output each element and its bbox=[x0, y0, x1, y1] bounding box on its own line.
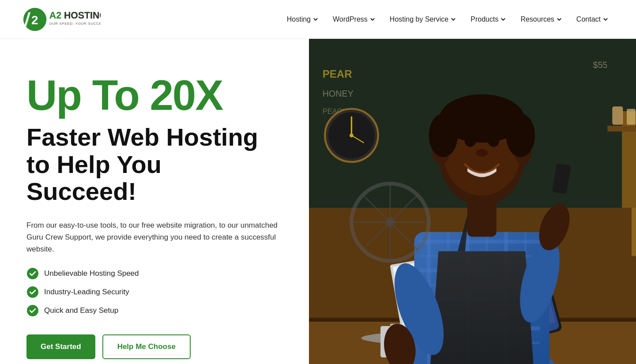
nav-label-resources: Resources bbox=[520, 15, 554, 23]
svg-text:OUR SPEED, YOUR SUCCESS: OUR SPEED, YOUR SUCCESS bbox=[49, 22, 101, 26]
svg-point-60 bbox=[429, 114, 458, 157]
feature-list: Unbelievable Hosting Speed Industry-Lead… bbox=[26, 267, 288, 317]
hero-content: Up To 20X Faster Web Hostingto Help YouS… bbox=[0, 39, 309, 364]
check-circle-icon bbox=[26, 267, 39, 280]
svg-text:2: 2 bbox=[31, 13, 38, 26]
svg-rect-62 bbox=[607, 126, 636, 131]
chevron-down-icon bbox=[312, 16, 319, 23]
nav-item-hosting-by-service[interactable]: Hosting by Service bbox=[384, 12, 463, 27]
nav-item-hosting[interactable]: Hosting bbox=[281, 12, 325, 27]
feature-label-speed: Unbelievable Hosting Speed bbox=[44, 269, 139, 278]
nav-label-products: Products bbox=[470, 15, 498, 23]
svg-rect-63 bbox=[612, 106, 623, 125]
get-started-button[interactable]: Get Started bbox=[26, 334, 95, 359]
svg-point-8 bbox=[27, 305, 38, 316]
svg-text:A2 HOSTING
        ®: A2 HOSTING ® bbox=[49, 10, 101, 20]
hero-heading-dark: Faster Web Hostingto Help YouSucceed! bbox=[26, 124, 288, 205]
svg-point-70 bbox=[350, 133, 354, 137]
nav-links: Hosting WordPress Hosting by Service Pro… bbox=[281, 12, 615, 27]
chevron-down-icon bbox=[500, 16, 506, 23]
svg-point-6 bbox=[27, 268, 38, 279]
chevron-down-icon bbox=[369, 16, 376, 23]
check-circle-icon bbox=[26, 304, 39, 317]
hero-heading-green: Up To 20X bbox=[26, 74, 288, 116]
svg-point-7 bbox=[27, 286, 38, 298]
svg-rect-64 bbox=[627, 109, 636, 125]
chevron-down-icon bbox=[602, 16, 609, 23]
hero-description: From our easy-to-use tools, to our free … bbox=[26, 219, 288, 255]
chevron-down-icon bbox=[556, 16, 562, 23]
nav-item-resources[interactable]: Resources bbox=[514, 12, 568, 27]
svg-point-61 bbox=[506, 114, 535, 157]
feature-item-setup: Quick and Easy Setup bbox=[26, 304, 288, 317]
svg-point-56 bbox=[476, 149, 488, 157]
nav-item-wordpress[interactable]: WordPress bbox=[327, 12, 382, 27]
feature-label-security: Industry-Leading Security bbox=[44, 288, 129, 296]
hero-section: Up To 20X Faster Web Hostingto Help YouS… bbox=[0, 39, 636, 364]
chevron-down-icon bbox=[450, 16, 456, 23]
nav-label-hosting-by-service: Hosting by Service bbox=[390, 15, 448, 23]
svg-text:PEAR: PEAR bbox=[323, 68, 352, 80]
logo[interactable]: 2 A2 HOSTING A2 HOSTING ® OUR SPEED, YOU… bbox=[21, 5, 101, 34]
check-circle-icon bbox=[26, 286, 39, 298]
cta-buttons: Get Started Help Me Choose bbox=[26, 334, 288, 359]
hero-image: PEAR HONEY PEACH $55 bbox=[309, 39, 636, 364]
help-me-choose-button[interactable]: Help Me Choose bbox=[102, 334, 191, 359]
svg-text:$55: $55 bbox=[593, 60, 607, 70]
nav-item-products[interactable]: Products bbox=[464, 12, 512, 27]
nav-label-contact: Contact bbox=[576, 15, 601, 23]
svg-text:HONEY: HONEY bbox=[323, 89, 354, 98]
feature-label-setup: Quick and Easy Setup bbox=[44, 306, 118, 315]
feature-item-security: Industry-Leading Security bbox=[26, 286, 288, 298]
nav-item-contact[interactable]: Contact bbox=[570, 12, 615, 27]
nav-label-hosting: Hosting bbox=[287, 15, 311, 23]
feature-item-speed: Unbelievable Hosting Speed bbox=[26, 267, 288, 280]
nav-label-wordpress: WordPress bbox=[333, 15, 368, 23]
navbar: 2 A2 HOSTING A2 HOSTING ® OUR SPEED, YOU… bbox=[0, 0, 636, 39]
